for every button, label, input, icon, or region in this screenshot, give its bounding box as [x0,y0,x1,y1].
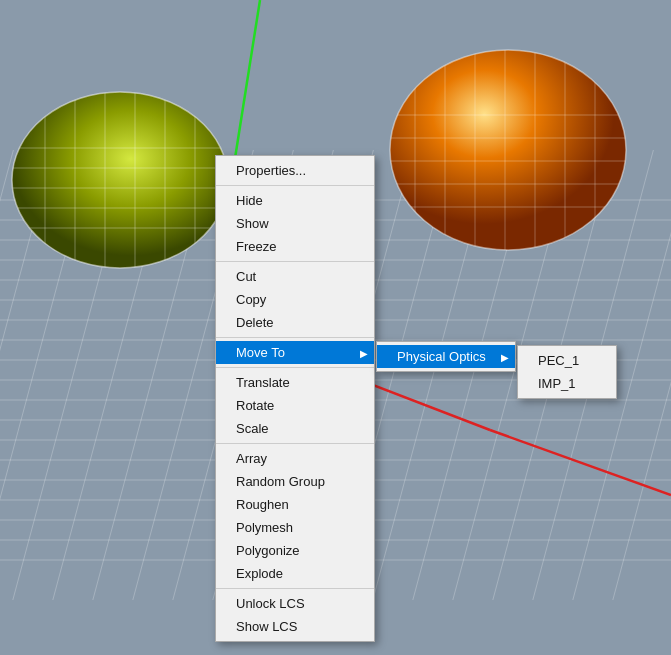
menu-item-properties[interactable]: Properties... [216,159,374,182]
menu-separator-1 [216,185,374,186]
3d-viewport: Properties... Hide Show Freeze Cut Copy … [0,0,671,655]
menu-separator-3 [216,337,374,338]
menu-item-scale[interactable]: Scale [216,417,374,440]
menu-item-unloclcs[interactable]: Unlock LCS [216,592,374,615]
menu-item-polygonize[interactable]: Polygonize [216,539,374,562]
menu-item-physical-optics[interactable]: Physical Optics ▶ PEC_1 IMP_1 [377,345,515,368]
menu-item-polymesh[interactable]: Polymesh [216,516,374,539]
menu-item-array[interactable]: Array [216,447,374,470]
context-menu: Properties... Hide Show Freeze Cut Copy … [215,155,375,642]
physical-optics-submenu-arrow: ▶ [501,351,509,362]
menu-item-rotate[interactable]: Rotate [216,394,374,417]
orange-object [380,20,640,270]
menu-item-delete[interactable]: Delete [216,311,374,334]
submenu-moveto: Physical Optics ▶ PEC_1 IMP_1 [376,341,516,372]
menu-separator-4 [216,367,374,368]
menu-item-freeze[interactable]: Freeze [216,235,374,258]
green-object [5,50,235,280]
menu-item-translate[interactable]: Translate [216,371,374,394]
menu-item-imp1[interactable]: IMP_1 [518,372,616,395]
menu-item-pec1[interactable]: PEC_1 [518,349,616,372]
menu-item-roughen[interactable]: Roughen [216,493,374,516]
menu-separator-5 [216,443,374,444]
svg-point-43 [12,92,228,268]
menu-item-cut[interactable]: Cut [216,265,374,288]
menu-separator-6 [216,588,374,589]
menu-item-showlcs[interactable]: Show LCS [216,615,374,638]
menu-item-explode[interactable]: Explode [216,562,374,585]
menu-item-copy[interactable]: Copy [216,288,374,311]
menu-item-randomgroup[interactable]: Random Group [216,470,374,493]
svg-point-57 [390,50,626,250]
menu-separator-2 [216,261,374,262]
menu-item-hide[interactable]: Hide [216,189,374,212]
menu-item-moveto[interactable]: Move To ▶ Physical Optics ▶ PEC_1 IMP_1 [216,341,374,364]
svg-line-41 [490,430,671,495]
moveto-submenu-arrow: ▶ [360,347,368,358]
submenu-optics: PEC_1 IMP_1 [517,345,617,399]
menu-item-show[interactable]: Show [216,212,374,235]
